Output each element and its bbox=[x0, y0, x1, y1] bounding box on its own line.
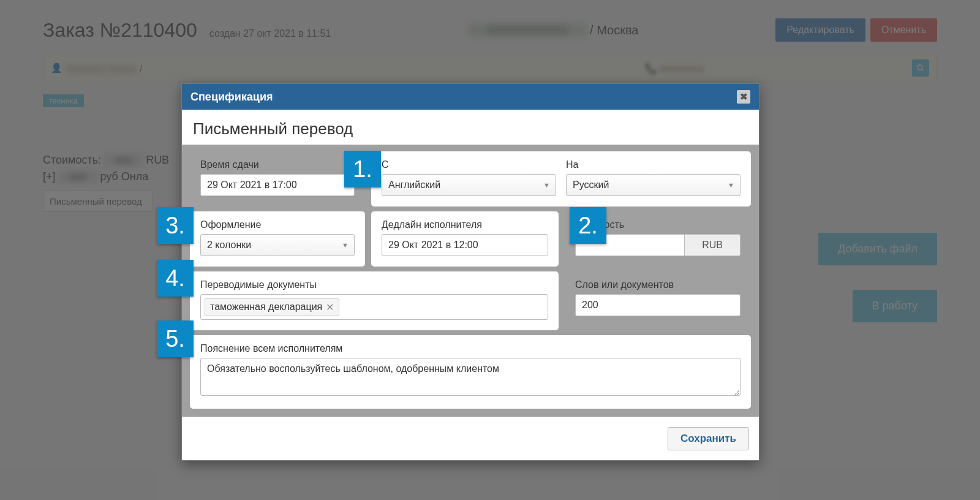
lang-to-label: На bbox=[566, 159, 741, 170]
words-label: Слов или документов bbox=[575, 279, 741, 290]
callout-1: 1. bbox=[344, 151, 381, 188]
dialog-section-title: Письменный перевод bbox=[182, 110, 759, 145]
layout-label: Оформление bbox=[200, 219, 355, 230]
deadline-input[interactable] bbox=[382, 234, 548, 256]
document-tag: таможенная декларация ✕ bbox=[205, 298, 339, 316]
note-label: Пояснение всем исполнителям bbox=[200, 343, 741, 354]
callout-3: 3. bbox=[157, 207, 194, 244]
layout-select[interactable]: 2 колонки bbox=[200, 234, 355, 256]
close-button[interactable]: ✖ bbox=[737, 90, 750, 104]
remove-tag-button[interactable]: ✕ bbox=[326, 301, 334, 313]
callout-4: 4. bbox=[157, 260, 194, 297]
documents-label: Переводимые документы bbox=[200, 279, 548, 290]
specification-dialog: Спецификация ✖ Письменный перевод Время … bbox=[181, 83, 760, 461]
documents-input[interactable]: таможенная декларация ✕ bbox=[200, 294, 548, 320]
callout-2: 2. bbox=[570, 207, 606, 244]
delivery-time-label: Время сдачи bbox=[200, 159, 355, 170]
lang-from-select[interactable]: Английский bbox=[382, 174, 556, 196]
save-button[interactable]: Сохранить bbox=[668, 427, 749, 450]
callout-5: 5. bbox=[157, 320, 194, 357]
dialog-header: Спецификация ✖ bbox=[182, 84, 759, 110]
dialog-title: Спецификация bbox=[190, 91, 273, 104]
note-textarea[interactable] bbox=[200, 358, 741, 396]
lang-from-label: С bbox=[382, 159, 556, 170]
currency-label: RUB bbox=[685, 234, 741, 256]
lang-to-select[interactable]: Русский bbox=[566, 174, 741, 196]
delivery-time-input[interactable] bbox=[200, 174, 355, 196]
words-input[interactable] bbox=[575, 294, 741, 316]
deadline-label: Дедлайн исполнителя bbox=[382, 219, 548, 230]
